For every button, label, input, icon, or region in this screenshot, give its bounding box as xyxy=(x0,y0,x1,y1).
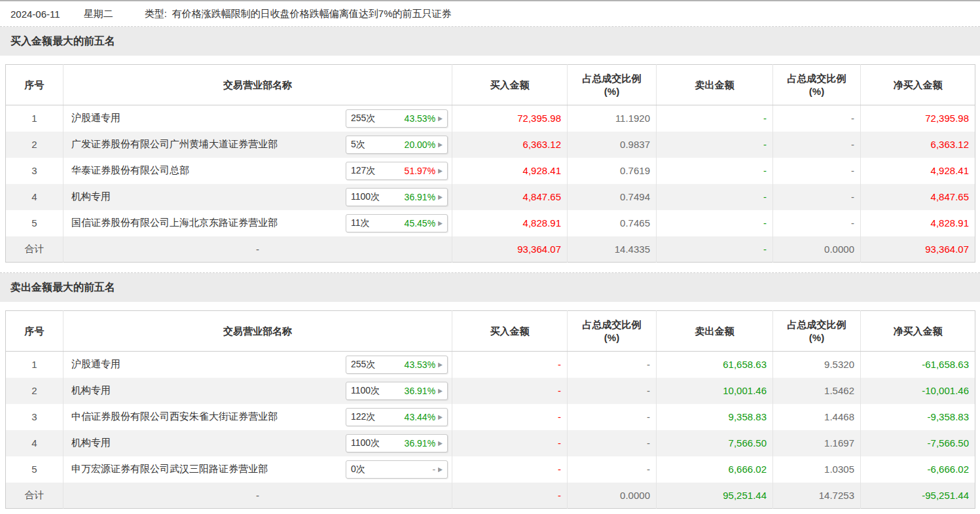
net-buy-amount: 4,928.41 xyxy=(861,158,975,184)
total-sell-amount: 95,251.44 xyxy=(657,483,773,509)
badge-appearance-count: 255次 xyxy=(351,359,375,371)
branch-history-badge[interactable]: 1100次 36.91%▶ xyxy=(346,382,448,400)
total-net-buy: -95,251.44 xyxy=(861,483,975,509)
chevron-right-icon: ▶ xyxy=(438,466,443,473)
col-seq: 序号 xyxy=(6,311,64,352)
badge-win-rate: - xyxy=(432,464,435,475)
buy-top5-table: 序号 交易营业部名称 买入金额 占总成交比例 (%) 卖出金额 占总成交比例 (… xyxy=(5,64,975,263)
chevron-right-icon: ▶ xyxy=(438,361,443,368)
col-net-buy: 净买入金额 xyxy=(861,311,975,352)
buy-pct: - xyxy=(568,456,657,483)
sell-amount: 61,658.63 xyxy=(657,352,773,378)
buy-amount: 6,363.12 xyxy=(452,132,568,158)
trade-date: 2024-06-11 xyxy=(10,9,60,20)
branch-history-badge[interactable]: 5次 20.00%▶ xyxy=(346,136,448,154)
badge-appearance-count: 1100次 xyxy=(351,191,380,203)
table-row: 1 沪股通专用 255次 43.53%▶ 72,395.98 11.1920 -… xyxy=(6,105,975,132)
col-sell-pct: 占总成交比例 (%) xyxy=(773,311,861,352)
badge-win-rate: 36.91% xyxy=(405,192,435,202)
col-buy-amount: 买入金额 xyxy=(452,311,568,352)
badge-appearance-count: 1100次 xyxy=(351,385,380,397)
sell-amount: 9,358.83 xyxy=(657,404,773,430)
chevron-right-icon: ▶ xyxy=(438,413,443,420)
badge-appearance-count: 1100次 xyxy=(351,437,380,449)
sell-amount: - xyxy=(657,210,773,236)
col-seq: 序号 xyxy=(6,65,64,105)
total-buy-pct: 14.4335 xyxy=(568,236,657,263)
col-buy-pct: 占总成交比例 (%) xyxy=(568,311,657,352)
branch-history-badge[interactable]: 0次 -▶ xyxy=(346,460,448,479)
badge-appearance-count: 122次 xyxy=(351,411,375,423)
col-buy-pct: 占总成交比例 (%) xyxy=(568,65,657,105)
buy-pct: - xyxy=(568,430,657,456)
branch-history-badge[interactable]: 127次 51.97%▶ xyxy=(346,162,448,180)
table-row: 5 国信证券股份有限公司上海北京东路证券营业部 11次 45.45%▶ 4,82… xyxy=(6,210,975,236)
sell-pct: 1.5462 xyxy=(773,378,861,404)
total-name-placeholder: - xyxy=(64,483,452,509)
branch-history-badge[interactable]: 1100次 36.91%▶ xyxy=(346,434,448,452)
buy-pct: - xyxy=(568,378,657,404)
buy-amount: - xyxy=(452,404,568,430)
branch-history-badge[interactable]: 255次 43.53%▶ xyxy=(346,356,448,374)
row-seq: 1 xyxy=(6,105,64,132)
total-buy-amount: - xyxy=(452,483,568,509)
branch-history-badge[interactable]: 11次 45.45%▶ xyxy=(346,214,448,232)
row-seq: 1 xyxy=(6,352,64,378)
col-branch-name: 交易营业部名称 xyxy=(64,311,452,352)
chevron-right-icon: ▶ xyxy=(438,167,443,174)
total-name-placeholder: - xyxy=(64,236,452,263)
list-type-description: 有价格涨跌幅限制的日收盘价格跌幅偏离值达到7%的前五只证券 xyxy=(172,8,452,20)
total-label: 合计 xyxy=(6,483,64,509)
row-seq: 5 xyxy=(6,456,64,483)
chevron-right-icon: ▶ xyxy=(438,141,443,148)
buy-amount: 4,828.91 xyxy=(452,210,568,236)
total-label: 合计 xyxy=(6,236,64,263)
net-buy-amount: 72,395.98 xyxy=(861,105,975,132)
total-net-buy: 93,364.07 xyxy=(861,236,975,263)
badge-appearance-count: 0次 xyxy=(351,464,365,475)
chevron-right-icon: ▶ xyxy=(438,193,443,200)
net-buy-amount: 4,847.65 xyxy=(861,184,975,210)
buy-pct: 0.7465 xyxy=(568,210,657,236)
branch-name: 机构专用 xyxy=(71,437,111,449)
buy-pct: 11.1920 xyxy=(568,105,657,132)
net-buy-amount: 6,363.12 xyxy=(861,132,975,158)
table-row: 2 广发证券股份有限公司广州黄埔大道证券营业部 5次 20.00%▶ 6,363… xyxy=(6,132,975,158)
branch-name: 机构专用 xyxy=(71,384,111,397)
branch-history-badge[interactable]: 255次 43.53%▶ xyxy=(346,109,448,128)
sell-amount: - xyxy=(657,158,773,184)
sell-amount: 10,001.46 xyxy=(657,378,773,404)
sell-amount: 6,666.02 xyxy=(657,456,773,483)
total-sell-pct: 0.0000 xyxy=(773,236,861,263)
weekday: 星期二 xyxy=(84,8,113,20)
badge-appearance-count: 255次 xyxy=(351,113,375,124)
table-row: 3 中信证券股份有限公司西安朱雀大街证券营业部 122次 43.44%▶ - -… xyxy=(6,404,975,430)
row-seq: 2 xyxy=(6,378,64,404)
col-sell-pct: 占总成交比例 (%) xyxy=(773,65,861,105)
chevron-right-icon: ▶ xyxy=(438,439,443,447)
buy-pct: 0.9837 xyxy=(568,132,657,158)
table-header-row: 序号 交易营业部名称 买入金额 占总成交比例 (%) 卖出金额 占总成交比例 (… xyxy=(6,311,975,352)
table-row: 4 机构专用 1100次 36.91%▶ - - 7,566.50 1.1697… xyxy=(6,430,975,456)
total-row: 合计 - - 0.0000 95,251.44 14.7253 -95,251.… xyxy=(6,483,975,509)
buy-amount: 72,395.98 xyxy=(452,105,568,132)
sell-pct: - xyxy=(773,158,861,184)
branch-history-badge[interactable]: 1100次 36.91%▶ xyxy=(346,188,448,206)
sell-pct: - xyxy=(773,210,861,236)
sell-pct: - xyxy=(773,184,861,210)
sell-pct: 9.5320 xyxy=(773,352,861,378)
branch-history-badge[interactable]: 122次 43.44%▶ xyxy=(346,408,448,426)
row-seq: 3 xyxy=(6,404,64,430)
net-buy-amount: -6,666.02 xyxy=(861,456,975,483)
sell-amount: - xyxy=(657,184,773,210)
net-buy-amount: -61,658.63 xyxy=(861,352,975,378)
badge-appearance-count: 5次 xyxy=(351,139,365,151)
buy-amount: 4,928.41 xyxy=(452,158,568,184)
total-buy-pct: 0.0000 xyxy=(568,483,657,509)
table-row: 4 机构专用 1100次 36.91%▶ 4,847.65 0.7494 - -… xyxy=(6,184,975,210)
sell-pct: 1.0305 xyxy=(773,456,861,483)
total-sell-pct: 14.7253 xyxy=(773,483,861,509)
total-buy-amount: 93,364.07 xyxy=(452,236,568,263)
row-seq: 2 xyxy=(6,132,64,158)
sell-amount: 7,566.50 xyxy=(657,430,773,456)
